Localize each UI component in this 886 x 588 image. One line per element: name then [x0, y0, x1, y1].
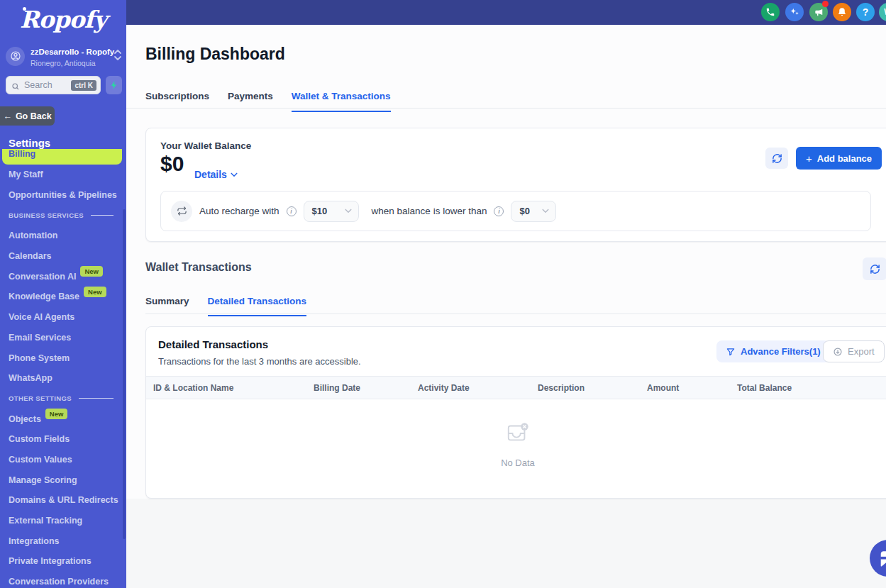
sidebar-item-integrations[interactable]: Integrations [0, 531, 126, 551]
bell-icon [837, 7, 847, 17]
details-toggle[interactable]: Details [194, 169, 238, 180]
sidebar-item-custom-values[interactable]: Custom Values [0, 450, 126, 470]
column-header-total-balance: Total Balance [737, 383, 792, 393]
help-button[interactable]: ? [856, 3, 875, 21]
phone-icon [765, 7, 775, 17]
sidebar-menu: BillingMy StaffOpportunities & Pipelines… [0, 149, 126, 588]
chevron-down-icon [231, 172, 238, 177]
search-input[interactable]: Search ctrl K [6, 76, 101, 94]
auto-recharge-panel: Auto recharge with i $10 when balance is… [160, 191, 871, 231]
detailed-transactions-title: Detailed Transactions [158, 338, 268, 350]
tab-subscriptions[interactable]: Subscriptions [145, 91, 209, 112]
column-header-billing-date: Billing Date [314, 383, 360, 393]
megaphone-icon [814, 7, 824, 17]
new-badge: New [84, 287, 106, 297]
auto-recharge-icon [171, 201, 192, 222]
refresh-balance-button[interactable] [765, 148, 788, 169]
sidebar-item-calendars[interactable]: Calendars [0, 246, 126, 267]
export-button[interactable]: Export [823, 340, 885, 362]
sidebar-item-conversation-providers[interactable]: Conversation Providers [0, 572, 126, 588]
detailed-transactions-subtitle: Transactions for the last 3 months are a… [158, 356, 361, 367]
no-data-icon [506, 421, 530, 445]
sidebar-item-automation[interactable]: Automation [0, 226, 126, 246]
account-avatar-icon [6, 47, 25, 66]
account-switcher[interactable]: zzDesarrollo - Ropofy Rionegro, Antioqui… [6, 44, 122, 68]
wallet-balance-label: Your Wallet Balance [160, 140, 251, 151]
info-icon[interactable]: i [494, 206, 504, 216]
wallet-balance-amount: $0 [160, 152, 184, 176]
refresh-icon [772, 153, 782, 164]
refresh-icon [870, 264, 880, 274]
tabs-divider [126, 108, 886, 109]
sidebar-item-external-tracking[interactable]: External Tracking [0, 511, 126, 531]
search-placeholder: Search [24, 80, 71, 90]
ropofy-logo: Ropofy [0, 6, 126, 33]
app-root: Ropofy zzDesarrollo - Ropofy Rionegro, A… [0, 0, 886, 588]
new-badge: New [80, 266, 103, 277]
column-header-activity-date: Activity Date [418, 383, 470, 393]
notifications-button[interactable] [833, 3, 851, 21]
auto-recharge-label: Auto recharge with [199, 206, 279, 216]
new-badge: New [45, 409, 68, 419]
sidebar-scrollbar[interactable] [123, 209, 126, 539]
wallet-balance-card: Your Wallet Balance $0 Details + Add bal… [145, 128, 886, 242]
sidebar-item-my-staff[interactable]: My Staff [0, 165, 126, 185]
sidebar-item-voice-ai-agents[interactable]: Voice AI Agents [0, 307, 126, 328]
sidebar-item-email-services[interactable]: Email Services [0, 328, 126, 348]
quick-actions-button[interactable] [106, 76, 122, 94]
advance-filters-button[interactable]: Advance Filters(1) [716, 340, 830, 362]
subtabs-divider [145, 314, 886, 314]
sidebar-item-domains-url-redirects[interactable]: Domains & URL Redirects [0, 490, 126, 511]
help-icon: ? [863, 6, 869, 18]
no-data-label: No Data [482, 457, 553, 468]
sidebar-item-objects[interactable]: ObjectsNew [0, 409, 126, 429]
settings-heading: Settings [9, 137, 50, 149]
go-back-button[interactable]: ← Go Back [0, 106, 55, 126]
logo-text: Ropofy [20, 6, 106, 33]
chat-bubble-icon [879, 549, 886, 567]
recharge-amount-select[interactable]: $10 [304, 201, 359, 222]
sidebar-item-whatsapp[interactable]: WhatsApp [0, 368, 126, 389]
filter-icon [726, 347, 736, 357]
tab-payments[interactable]: Payments [228, 91, 273, 112]
topbar: ? W [126, 0, 886, 25]
chevron-updown-icon[interactable] [113, 49, 122, 64]
sidebar-section-business-services: BUSINESS SERVICES [0, 205, 126, 226]
account-name: zzDesarrollo - Ropofy [31, 48, 114, 56]
sidebar-item-phone-system[interactable]: Phone System [0, 348, 126, 368]
sidebar-section-other-settings: OTHER SETTINGS [0, 389, 126, 409]
chevron-down-icon [345, 209, 352, 213]
wallet-transactions-heading: Wallet Transactions [145, 261, 252, 274]
column-header-id-location-name: ID & Location Name [153, 383, 233, 393]
user-avatar[interactable]: W [879, 3, 886, 21]
sidebar-item-billing[interactable]: Billing [2, 149, 122, 165]
plus-icon: + [806, 152, 812, 165]
sidebar-item-manage-scoring[interactable]: Manage Scoring [0, 470, 126, 490]
search-icon [11, 81, 20, 89]
notification-dot [822, 1, 829, 7]
refresh-transactions-button[interactable] [863, 257, 886, 280]
go-back-label: Go Back [16, 111, 52, 121]
add-balance-button[interactable]: + Add balance [796, 147, 882, 170]
sidebar: Ropofy zzDesarrollo - Ropofy Rionegro, A… [0, 0, 126, 588]
tab-wallet-transactions[interactable]: Wallet & Transactions [292, 91, 391, 112]
background-strip [126, 499, 886, 588]
info-icon[interactable]: i [287, 206, 297, 216]
threshold-select[interactable]: $0 [511, 201, 556, 222]
sidebar-item-custom-fields[interactable]: Custom Fields [0, 429, 126, 450]
threshold-label: when balance is lower than [372, 206, 487, 216]
sidebar-item-private-integrations[interactable]: Private Integrations [0, 551, 126, 572]
account-location: Rionegro, Antioquia [31, 59, 113, 67]
sidebar-item-opportunities-pipelines[interactable]: Opportunities & Pipelines [0, 185, 126, 206]
sidebar-item-knowledge-base[interactable]: Knowledge BaseNew [0, 287, 126, 307]
sparkles-icon [790, 7, 799, 17]
labs-button[interactable] [785, 3, 804, 21]
page-title: Billing Dashboard [145, 45, 285, 64]
main-content: Billing Dashboard Subscriptions Payments… [126, 25, 886, 588]
sidebar-item-conversation-ai[interactable]: Conversation AINew [0, 266, 126, 287]
keyboard-shortcut-badge: ctrl K [71, 80, 96, 91]
logo-dot [23, 7, 26, 11]
phone-button[interactable] [761, 3, 780, 21]
chevron-down-icon [542, 209, 549, 213]
billing-tabs: Subscriptions Payments Wallet & Transact… [145, 91, 391, 112]
